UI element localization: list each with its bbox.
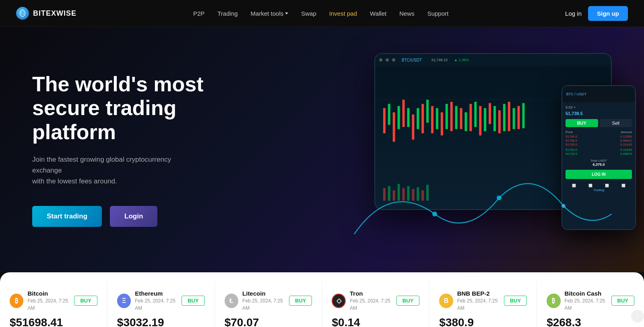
svg-rect-19: [446, 104, 448, 129]
ticker-item[interactable]: ₿ Bitcoin Cash Feb 25, 2024, 7:25 AM BUY…: [537, 282, 644, 327]
svg-rect-25: [474, 102, 477, 127]
svg-rect-15: [426, 100, 429, 123]
coin-date: Feb 25, 2024, 7:25 AM: [457, 298, 498, 311]
nav-support[interactable]: Support: [427, 10, 449, 17]
svg-point-48: [561, 204, 566, 208]
coin-icon: Ξ: [122, 297, 126, 304]
svg-rect-34: [518, 106, 520, 129]
hero-title: The world's mostsecure trading platform: [32, 72, 258, 144]
coin-icon: ₿: [15, 297, 18, 304]
ticker-items: ₿ Bitcoin Feb 25, 2024, 7:25 AM BUY $516…: [0, 282, 644, 327]
coin-buy-button[interactable]: BUY: [611, 296, 634, 306]
coin-price: $51698.41: [10, 316, 97, 327]
coin-date: Feb 25, 2024, 7:25 AM: [242, 298, 283, 311]
svg-rect-27: [484, 108, 486, 132]
coin-price: $70.07: [225, 316, 312, 327]
coin-buy-button[interactable]: BUY: [504, 296, 527, 306]
ticker-bar: ₿ Bitcoin Feb 25, 2024, 7:25 AM BUY $516…: [0, 272, 644, 327]
svg-rect-9: [398, 106, 400, 129]
coin-date: Feb 25, 2024, 7:25 AM: [350, 298, 390, 311]
start-trading-button[interactable]: Start trading: [32, 206, 102, 227]
nav-news[interactable]: News: [399, 10, 415, 17]
coin-icon: ◇: [336, 297, 341, 304]
phone-sell-button[interactable]: Sell: [600, 119, 632, 127]
nav-links: P2P Trading Market tools Swap Invest pad…: [193, 10, 448, 17]
ticker-next-button[interactable]: ›: [631, 310, 644, 323]
login-hero-button[interactable]: Login: [110, 206, 157, 227]
nav-p2p[interactable]: P2P: [193, 10, 204, 17]
ticker-item[interactable]: Ł Litecoin Feb 25, 2024, 7:25 AM BUY $70…: [215, 282, 322, 327]
coin-price: $268.3: [547, 316, 634, 327]
logo-text: BITEXWISE: [33, 9, 76, 18]
svg-rect-6: [383, 108, 386, 134]
logo-icon: [16, 7, 29, 20]
nav-invest-pad[interactable]: Invest pad: [329, 10, 357, 17]
svg-rect-7: [388, 104, 390, 125]
navbar: BITEXWISE P2P Trading Market tools Swap …: [0, 0, 644, 27]
phone-buy-button[interactable]: BUY: [566, 119, 598, 127]
svg-rect-17: [436, 108, 438, 129]
svg-rect-32: [508, 102, 510, 131]
coin-name: BNB BEP-2: [457, 290, 504, 297]
signup-button[interactable]: Sign up: [588, 6, 628, 21]
login-button[interactable]: Log in: [565, 10, 582, 17]
coin-name: Litecoin: [242, 290, 289, 297]
coin-buy-button[interactable]: BUY: [396, 296, 419, 306]
coin-buy-button[interactable]: BUY: [289, 296, 312, 306]
nav-market-tools[interactable]: Market tools: [251, 10, 289, 17]
ticker-item[interactable]: Ξ Ethereum Feb 25, 2024, 7:25 AM BUY $30…: [107, 282, 215, 327]
wave-decoration: [330, 134, 644, 254]
svg-rect-24: [469, 104, 472, 131]
coin-name: Ethereum: [135, 290, 182, 297]
hero-section: The world's mostsecure trading platform …: [0, 27, 644, 272]
coin-name: Bitcoin Cash: [565, 290, 611, 297]
svg-rect-33: [513, 108, 515, 129]
coin-price: $3032.19: [117, 316, 205, 327]
svg-rect-31: [503, 104, 506, 131]
svg-rect-28: [489, 103, 491, 124]
svg-rect-30: [498, 110, 501, 134]
ticker-item[interactable]: B BNB BEP-2 Feb 25, 2024, 7:25 AM BUY $3…: [429, 282, 537, 327]
svg-rect-11: [407, 108, 409, 127]
coin-date: Feb 25, 2024, 7:25 AM: [135, 298, 175, 311]
nav-actions: Log in Sign up: [565, 6, 628, 21]
ticker-wrapper: ₿ Bitcoin Feb 25, 2024, 7:25 AM BUY $516…: [0, 282, 644, 327]
ticker-item[interactable]: ₿ Bitcoin Feb 25, 2024, 7:25 AM BUY $516…: [0, 282, 107, 327]
coin-price: $380.9: [439, 316, 527, 327]
coin-icon: B: [444, 297, 449, 304]
hero-content: The world's mostsecure trading platform …: [32, 72, 258, 227]
svg-rect-20: [450, 102, 453, 131]
coin-date: Feb 25, 2024, 7:25 AM: [27, 298, 68, 311]
svg-rect-29: [493, 106, 496, 131]
hero-subtitle: Join the fastest growing global cryptocu…: [32, 154, 201, 187]
svg-rect-14: [421, 104, 424, 133]
hero-buttons: Start trading Login: [32, 206, 258, 227]
coin-name: Bitcoin: [27, 290, 74, 297]
coin-icon: Ł: [229, 297, 233, 304]
svg-rect-21: [455, 106, 458, 129]
svg-rect-26: [479, 106, 481, 135]
svg-point-47: [497, 195, 502, 200]
hero-visual: BTC/USDT 51,748.15 ▲ 1.36%: [330, 45, 644, 254]
svg-rect-18: [441, 112, 443, 136]
svg-rect-22: [460, 108, 462, 129]
svg-rect-23: [464, 112, 467, 131]
nav-wallet[interactable]: Wallet: [370, 10, 386, 17]
coin-date: Feb 25, 2024, 7:25 AM: [565, 298, 605, 311]
svg-point-1: [21, 11, 25, 15]
logo[interactable]: BITEXWISE: [16, 7, 76, 20]
svg-rect-35: [522, 103, 525, 128]
nav-swap[interactable]: Swap: [301, 10, 316, 17]
svg-rect-13: [417, 108, 419, 129]
ticker-item[interactable]: ◇ Tron Feb 25, 2024, 7:25 AM BUY $0.14 $…: [322, 282, 429, 327]
coin-name: Tron: [350, 290, 396, 297]
svg-rect-10: [402, 100, 405, 127]
coin-icon: ₿: [552, 297, 555, 304]
svg-rect-16: [431, 106, 433, 133]
coin-buy-button[interactable]: BUY: [182, 296, 204, 306]
coin-price: $0.14: [332, 316, 419, 327]
chevron-down-icon: [285, 12, 288, 14]
nav-trading[interactable]: Trading: [217, 10, 237, 17]
svg-point-46: [432, 212, 437, 216]
coin-buy-button[interactable]: BUY: [74, 296, 97, 306]
